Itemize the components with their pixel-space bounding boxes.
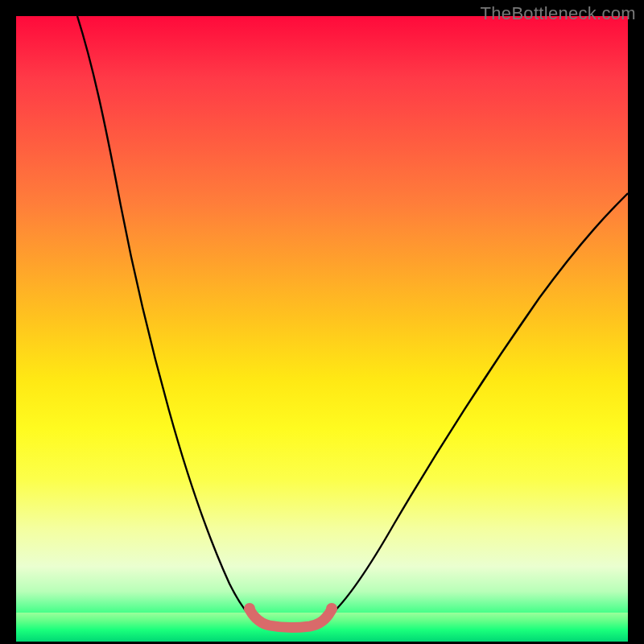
right-curve-path [322,193,628,621]
bottleneck-highlight [250,609,332,627]
watermark-text: TheBottleneck.com [481,3,636,24]
plot-area [16,16,628,642]
left-curve-path [77,16,258,621]
chart-frame: TheBottleneck.com [0,0,644,644]
highlight-dot-left [244,603,255,614]
highlight-dot-right [326,603,337,614]
curve-layer [16,16,628,642]
